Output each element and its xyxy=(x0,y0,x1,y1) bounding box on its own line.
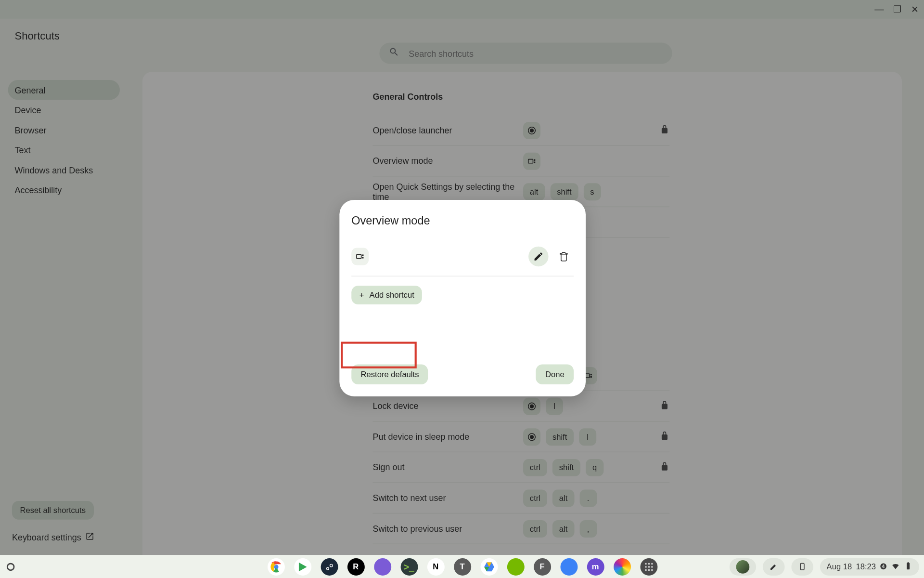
shelf-app-t[interactable]: T xyxy=(454,558,471,575)
shelf-app-notion[interactable]: N xyxy=(427,558,444,575)
wifi-icon xyxy=(891,561,900,572)
shelf-app-purple[interactable] xyxy=(374,558,391,575)
svg-rect-31 xyxy=(800,563,804,569)
edit-shortcut-button[interactable] xyxy=(528,247,548,266)
svg-rect-22 xyxy=(645,563,646,564)
stylus-tools[interactable] xyxy=(763,558,785,575)
shelf-app-grid[interactable] xyxy=(640,558,657,575)
done-button[interactable]: Done xyxy=(536,365,574,384)
svg-rect-23 xyxy=(648,563,649,564)
svg-rect-27 xyxy=(651,566,653,567)
svg-rect-29 xyxy=(648,569,649,570)
svg-rect-14 xyxy=(357,254,361,258)
svg-rect-16 xyxy=(362,257,363,258)
status-tray[interactable]: Aug 18 18:23 ❹ xyxy=(820,558,919,575)
svg-rect-30 xyxy=(651,569,653,570)
plus-icon: + xyxy=(359,290,364,300)
add-shortcut-button[interactable]: + Add shortcut xyxy=(351,286,422,304)
shelf-app-nvidia[interactable] xyxy=(507,558,524,575)
shelf-app-f[interactable]: F xyxy=(533,558,551,575)
launcher-button[interactable] xyxy=(7,563,15,571)
overview-key-icon xyxy=(351,248,369,265)
dialog-title: Overview mode xyxy=(351,214,574,228)
account-avatar[interactable] xyxy=(730,558,756,575)
shelf-app-drive[interactable] xyxy=(480,558,498,575)
svg-point-19 xyxy=(325,562,334,571)
shelf-app-play[interactable] xyxy=(294,558,311,575)
delete-shortcut-button[interactable] xyxy=(554,247,574,266)
shelf-app-m[interactable]: m xyxy=(587,558,604,575)
restore-defaults-button[interactable]: Restore defaults xyxy=(351,365,428,384)
svg-rect-28 xyxy=(645,569,646,570)
shelf-app-rainbow[interactable] xyxy=(613,558,630,575)
svg-rect-15 xyxy=(362,254,363,256)
svg-rect-26 xyxy=(648,566,649,567)
svg-rect-25 xyxy=(645,566,646,567)
shelf-app-chrome[interactable] xyxy=(267,558,284,575)
shelf: R>_NTFm Aug 18 18:23 ❹ xyxy=(0,555,924,578)
notification-count-icon: ❹ xyxy=(880,562,887,571)
shelf-app-terminal[interactable]: >_ xyxy=(400,558,418,575)
phone-hub[interactable] xyxy=(791,558,813,575)
shelf-app-r[interactable]: R xyxy=(347,558,364,575)
battery-icon xyxy=(904,561,912,572)
shortcut-edit-dialog: Overview mode + Add shortcut Restore def… xyxy=(339,200,586,396)
svg-rect-24 xyxy=(651,563,653,564)
shelf-app-steam[interactable] xyxy=(321,558,338,575)
shelf-app-blue[interactable] xyxy=(560,558,578,575)
